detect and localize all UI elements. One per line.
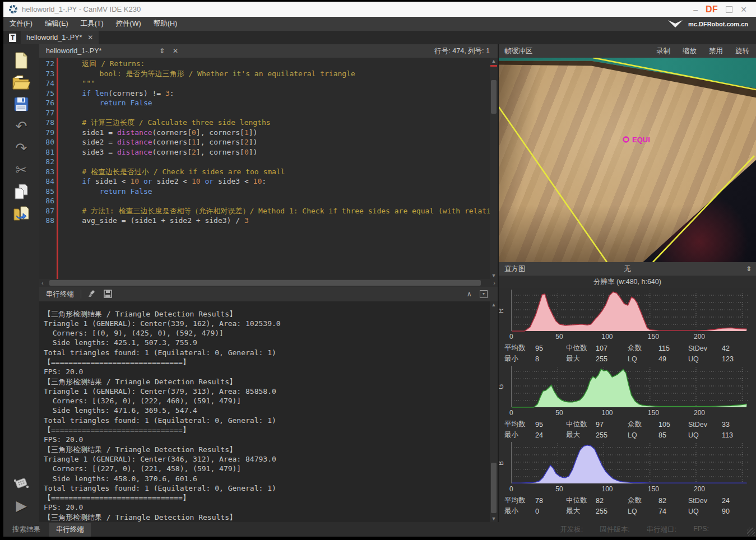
code-text: side3 = distance(corners[2], corners[0]) <box>60 147 257 157</box>
paste-button[interactable] <box>10 203 33 224</box>
undo-button[interactable]: ↶ <box>10 115 33 137</box>
code-text: bool: 是否为等边三角形 / Whether it's an equilat… <box>60 69 355 79</box>
histogram-R-plot: R <box>499 288 756 333</box>
menu-item-编[interactable]: 编辑(E) <box>39 17 75 31</box>
editor-header: helloworld_1-.PY* ⇕ ✕ 行号: 474, 列号: 1 <box>39 44 498 58</box>
dfrobot-banner: mc.DFRobot.com.cn <box>667 19 756 29</box>
stat-value: 85 <box>658 431 688 439</box>
triangle-center-marker <box>624 137 629 142</box>
file-type-icon: T <box>9 34 16 42</box>
bottom-bar: 搜索结果串行终端 开发板:固件版本:串行端口:FPS: <box>3 522 756 537</box>
editor-hscroll-thumb[interactable] <box>49 280 481 286</box>
terminal-line: 【三角形检测结果 / Triangle Detection Results】 <box>44 445 489 454</box>
editor-horizontal-scrollbar[interactable]: ‹ › <box>39 279 498 287</box>
stat-value: 113 <box>722 431 754 439</box>
menu-item-工[interactable]: 工具(T) <box>75 17 110 31</box>
run-script-button[interactable]: ▶ <box>10 495 33 516</box>
editor-close-icon[interactable]: ✕ <box>173 47 178 55</box>
histogram-G-stats: 平均数95中位数97众数105StDev33最小24最大255LQ85UQ113 <box>504 419 754 440</box>
code-editor[interactable]: 72 返回 / Returns:73 bool: 是否为等边三角形 / Whet… <box>39 58 498 279</box>
x-tick: 100 <box>602 409 613 417</box>
x-tick: 200 <box>694 409 705 417</box>
scroll-right-icon[interactable]: › <box>491 279 498 287</box>
connect-board-button[interactable] <box>10 473 33 494</box>
serial-terminal-output[interactable]: 【三角形检测结果 / Triangle Detection Results】Tr… <box>39 301 498 523</box>
detection-overlay: EQUI <box>499 58 756 262</box>
menu-item-帮[interactable]: 帮助(H) <box>147 17 183 31</box>
fb-button-旋转[interactable]: 旋转 <box>735 46 749 56</box>
scroll-down-icon[interactable]: ▼ <box>490 273 498 278</box>
code-line: 87 # 方法1: 检查三边长度是否相等（允许相对误差）/ Method 1: … <box>39 206 490 216</box>
code-line: 84 if side1 < 10 or side2 < 10 or side3 … <box>39 176 490 187</box>
fb-button-缩放[interactable]: 缩放 <box>683 46 697 56</box>
histogram-B: B050100150200平均数78中位数82众数82StDev24最小0最大2… <box>499 441 756 517</box>
line-number: 80 <box>39 137 60 147</box>
tab-close-icon[interactable]: ✕ <box>87 34 93 41</box>
status-固件版本: 固件版本: <box>600 525 629 534</box>
frame-buffer-panel: 帧缓冲区 录制缩放禁用旋转 EQUI 直方图 无 ⇕ <box>498 44 756 522</box>
stat-value: 97 <box>596 421 628 429</box>
redo-button[interactable]: ↷ <box>10 137 33 159</box>
bottom-tab-串行终端[interactable]: 串行终端 <box>49 523 91 537</box>
open-file-button[interactable] <box>10 72 33 93</box>
stat-value: 82 <box>596 497 628 505</box>
clear-terminal-icon[interactable] <box>88 290 97 299</box>
terminal-line: FPS: 20.0 <box>44 367 489 376</box>
stat-value: 123 <box>722 355 754 363</box>
code-lines: 72 返回 / Returns:73 bool: 是否为等边三角形 / Whet… <box>39 59 490 226</box>
stat-value: 74 <box>658 508 688 515</box>
x-tick: 150 <box>648 409 659 417</box>
stat-label: LQ <box>628 431 658 439</box>
new-file-button[interactable] <box>10 50 33 71</box>
code-text: # 检查边长是否过小 / Check if sides are too smal… <box>60 167 285 177</box>
undock-terminal-icon[interactable]: ▾ <box>480 290 488 298</box>
resize-grip[interactable] <box>747 528 755 536</box>
line-number: 86 <box>39 196 60 206</box>
terminal-line: Side lengths: 458.0, 370.6, 601.6 <box>44 474 489 483</box>
terminal-line: Side lengths: 425.1, 507.3, 755.9 <box>44 338 489 347</box>
scroll-up-icon[interactable]: ▲ <box>490 58 498 64</box>
x-tick: 0 <box>509 409 513 417</box>
status-开发板: 开发板: <box>560 525 583 534</box>
histogram-R-ticks: 050100150200 <box>499 333 756 342</box>
terminal-vertical-scrollbar[interactable]: ▲ ▼ <box>490 301 498 523</box>
close-button[interactable]: ✕ <box>740 5 747 14</box>
save-floppy-icon <box>13 96 29 112</box>
code-text <box>60 108 69 118</box>
terminal-line: 【==============================】 <box>44 425 489 435</box>
terminal-line: 【三角形检测结果 / Triangle Detection Results】 <box>44 377 489 387</box>
terminal-scroll-thumb[interactable] <box>491 463 497 513</box>
maximize-button[interactable] <box>726 6 732 13</box>
terminal-line: Triangle 1 (GENERAL): Center(379, 313), … <box>44 387 489 396</box>
line-number: 81 <box>39 147 60 157</box>
scroll-up-icon[interactable]: ▲ <box>490 302 498 308</box>
menu-item-控[interactable]: 控件(W) <box>110 17 147 31</box>
tab-helloworld[interactable]: helloworld_1-.PY* ✕ <box>21 31 99 44</box>
scroll-down-icon[interactable]: ▼ <box>490 516 498 522</box>
save-log-icon[interactable] <box>104 290 112 298</box>
histogram-mode-select[interactable]: 无 <box>499 264 756 274</box>
code-line: 83 # 检查边长是否过小 / Check if sides are too s… <box>39 167 490 177</box>
cut-button[interactable]: ✂ <box>10 159 33 180</box>
camera-preview: EQUI <box>499 58 756 262</box>
stat-value: 255 <box>596 508 628 515</box>
menu-item-文[interactable]: 文件(F) <box>3 17 39 31</box>
x-tick: 150 <box>648 485 659 493</box>
stat-value: 105 <box>658 421 688 429</box>
minimize-button[interactable]: – <box>693 5 698 14</box>
editor-split-icon[interactable]: ⇕ <box>159 47 165 55</box>
histogram-B-ticks: 050100150200 <box>499 485 756 495</box>
collapse-terminal-icon[interactable]: ∧ <box>467 290 472 298</box>
fb-button-禁用[interactable]: 禁用 <box>709 46 723 56</box>
editor-vertical-scrollbar[interactable]: ▲ ▼ <box>490 58 498 279</box>
scroll-left-icon[interactable]: ‹ <box>39 279 46 287</box>
stat-label: 中位数 <box>566 420 596 429</box>
save-button[interactable] <box>10 94 33 115</box>
editor-scroll-thumb[interactable] <box>491 80 497 114</box>
bottom-tab-搜索结果[interactable]: 搜索结果 <box>6 523 47 537</box>
fb-button-录制[interactable]: 录制 <box>656 46 670 56</box>
menu-bar: 文件(F)编辑(E)工具(T)控件(W)帮助(H) mc.DFRobot.com… <box>3 17 756 31</box>
copy-button[interactable] <box>10 181 33 202</box>
stat-label: LQ <box>628 508 658 515</box>
histograms: R050100150200平均数95中位数107众数115StDev42最小8最… <box>499 288 756 517</box>
